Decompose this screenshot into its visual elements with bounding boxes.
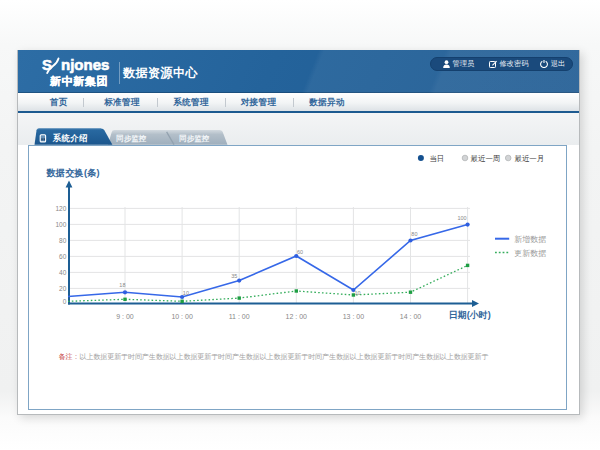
svg-text:系统介绍: 系统介绍 xyxy=(52,133,88,143)
svg-text:80: 80 xyxy=(59,237,67,244)
svg-text:新增数据: 新增数据 xyxy=(514,235,546,244)
svg-text:10: 10 xyxy=(183,290,189,296)
svg-text:最近一周: 最近一周 xyxy=(471,154,501,163)
svg-text:10 : 00: 10 : 00 xyxy=(171,313,193,320)
svg-text:数据交换(条): 数据交换(条) xyxy=(45,167,99,178)
svg-text:当日: 当日 xyxy=(429,154,444,163)
svg-text:13 : 00: 13 : 00 xyxy=(343,313,365,320)
svg-text:14 : 00: 14 : 00 xyxy=(400,313,422,320)
svg-text:120: 120 xyxy=(55,205,66,212)
svg-text:60: 60 xyxy=(297,249,303,255)
svg-text:60: 60 xyxy=(59,253,67,260)
svg-text:日期(小时): 日期(小时) xyxy=(449,310,491,320)
svg-text:100: 100 xyxy=(55,221,66,228)
svg-text:同步监控: 同步监控 xyxy=(179,134,210,143)
svg-text:40: 40 xyxy=(59,269,67,276)
svg-text:更新数据: 更新数据 xyxy=(514,249,546,258)
svg-text:20: 20 xyxy=(59,285,67,292)
svg-text:18: 18 xyxy=(119,282,125,288)
svg-text:S: S xyxy=(42,56,52,73)
svg-text:10: 10 xyxy=(354,290,360,296)
svg-text:备注：以上数据更新于时间产生数据以上数据更新于时间产生数据以: 备注：以上数据更新于时间产生数据以上数据更新于时间产生数据以上数据更新于时间产生… xyxy=(59,352,489,361)
svg-text:100: 100 xyxy=(457,215,466,221)
svg-text:njones: njones xyxy=(61,56,109,73)
svg-text:新中新集团: 新中新集团 xyxy=(49,75,108,87)
svg-text:0: 0 xyxy=(63,298,67,305)
svg-text:9 : 00: 9 : 00 xyxy=(116,313,134,320)
svg-text:最近一月: 最近一月 xyxy=(515,154,545,163)
svg-text:35: 35 xyxy=(231,273,237,279)
svg-text:同步监控: 同步监控 xyxy=(116,134,147,143)
svg-text:12 : 00: 12 : 00 xyxy=(286,313,308,320)
svg-text:11 : 00: 11 : 00 xyxy=(229,313,250,320)
svg-text:80: 80 xyxy=(411,231,417,237)
